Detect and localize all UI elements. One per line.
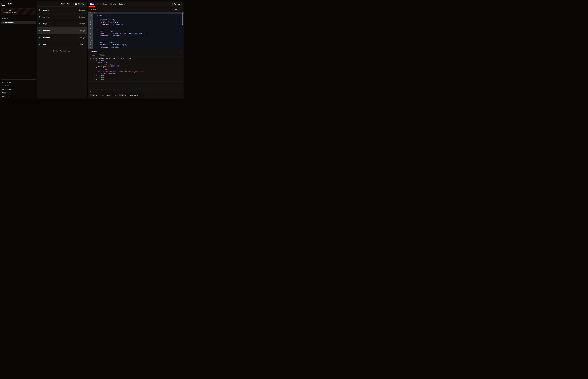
external-link-icon: ↗ <box>8 95 9 97</box>
editor-line: 6 "timestamp": 1764043991880 <box>88 23 184 25</box>
code-line: { <box>93 28 184 30</box>
editor-gutter: 4 <box>88 19 93 21</box>
save-state-button[interactable] <box>174 8 178 11</box>
end-of-list-message: No more Actors to load. <box>37 48 87 54</box>
editor-gutter: 3 <box>88 16 93 19</box>
rpc-suggestion-button[interactable]: RPCactor.sendMessage(...) <box>90 94 117 97</box>
connection-url: http://localhost:6420 <box>3 12 34 14</box>
sidebar-link-feedback[interactable]: Feedback <box>1 84 36 88</box>
console-spacer <box>88 82 184 90</box>
sidebar-link-github[interactable]: GitHub↗ <box>1 95 36 98</box>
console-header[interactable]: Console <box>88 49 184 53</box>
actors-header: Create Actor Display <box>37 1 87 7</box>
editor-line: 12 }, <box>88 37 184 39</box>
actor-row[interactable]: cats1m ago <box>37 41 87 48</box>
tab-database[interactable]: Database <box>119 1 126 7</box>
editor-gutter: 9 <box>88 30 93 32</box>
actor-last-active: 1m ago <box>79 30 85 32</box>
editor-line: 15 "text": "Long live the King!", <box>88 44 184 46</box>
console-entry: ▼ 1: Object <box>90 67 182 69</box>
editor-gutter: 2 <box>88 14 93 16</box>
editor-gutter: 6 <box>88 23 93 25</box>
actor-name: cats <box>43 44 46 46</box>
editor-gutter: 17 <box>88 48 93 49</box>
console-command-row: actor.getHistory() <box>88 53 184 57</box>
actor-last-active: 1m ago <box>79 23 85 25</box>
line-number: 11 <box>89 35 91 37</box>
fold-chevron-icon[interactable] <box>91 29 92 29</box>
live-dot-icon <box>91 9 92 10</box>
chevron-down-icon <box>180 50 182 52</box>
sidebar-link-whats-new[interactable]: Whats new? <box>1 80 36 84</box>
editor-line: 10 "text": " Nay, answer me. Stand and u… <box>88 32 184 34</box>
line-number: 10 <box>89 32 91 34</box>
instance-label: chatRoom <box>5 21 14 24</box>
line-number: 9 <box>90 30 91 32</box>
actor-row[interactable]: random1m ago <box>37 14 87 20</box>
app-root: R Rivet Connected http://localhost:6420 … <box>0 0 184 99</box>
sliders-icon <box>75 3 77 5</box>
actors-panel: Create Actor Display general2m agorandom… <box>37 1 87 98</box>
code-line: "timestamp": 1764043995517 <box>93 34 184 37</box>
actor-status-dot-icon <box>39 9 40 11</box>
actor-last-active: 1m ago <box>79 37 85 39</box>
sidebar-link-documentation[interactable]: Documentation <box>1 88 36 91</box>
code-line: "text": "Who's there?", <box>93 21 184 23</box>
actor-last-active: 2m ago <box>79 9 85 11</box>
display-button[interactable]: Display <box>74 2 86 6</box>
editor-scrollbar[interactable] <box>182 13 183 25</box>
fold-chevron-icon[interactable] <box>91 15 92 16</box>
console-entry: ▶ 3: Object <box>90 76 182 79</box>
tab-state[interactable]: State <box>90 1 94 7</box>
console-output: ▼ (5) [Object, Object, Object, Object, O… <box>88 57 184 82</box>
editor-line: 5 "text": "Who's there?", <box>88 21 184 23</box>
rpc-code-label: actor.getHistory(...) <box>125 95 144 96</box>
editor-gutter: 13 <box>88 39 93 41</box>
rpc-suggestion-button[interactable]: RPCactor.getHistory(...) <box>119 94 146 97</box>
fold-chevron-icon[interactable] <box>91 17 92 18</box>
editor-line: 17 } <box>88 48 184 49</box>
prompt-chevron-icon <box>90 54 91 55</box>
live-badge[interactable]: Live <box>90 8 98 11</box>
connection-status-card: Connected http://localhost:6420 <box>1 8 36 15</box>
line-number: 5 <box>90 21 91 23</box>
reset-state-button[interactable] <box>179 8 182 11</box>
code-line: { <box>93 12 184 14</box>
users-icon <box>2 21 4 24</box>
sidebar-link-label: Feedback <box>1 85 9 87</box>
actor-last-active: 1m ago <box>79 44 85 45</box>
sidebar-link-label: Documentation <box>1 88 13 90</box>
line-number: 3 <box>90 17 91 18</box>
actor-row[interactable]: general2m ago <box>37 7 87 14</box>
code-line: "timestamp": 1764043999867 <box>93 46 184 48</box>
actor-name: backend <box>43 30 50 32</box>
actor-row[interactable]: frontend1m ago <box>37 34 87 41</box>
tab-events[interactable]: Events <box>111 1 116 7</box>
fold-chevron-icon[interactable] <box>91 13 92 13</box>
sidebar-link-discord[interactable]: Discord↗ <box>1 91 36 95</box>
actor-status-dot-icon <box>39 44 40 45</box>
line-number: 14 <box>89 42 91 43</box>
code-line: "sender": "User", <box>93 19 184 21</box>
sidebar-link-label: GitHub <box>1 95 7 97</box>
state-toolbar: Live <box>88 7 184 12</box>
create-actor-button[interactable]: Create Actor <box>58 2 72 5</box>
actor-row[interactable]: backend1m ago <box>37 27 87 34</box>
actor-last-active: 1m ago <box>79 16 85 18</box>
rpc-code-label: actor.sendMessage(...) <box>96 95 116 96</box>
sidebar-link-label: Discord <box>1 92 7 94</box>
console-collapse-button[interactable] <box>180 50 182 52</box>
editor-gutter: 16 <box>88 46 93 48</box>
code-line: }, <box>93 37 184 39</box>
console-input-row[interactable] <box>88 90 184 93</box>
display-label: Display <box>78 3 84 5</box>
rpc-chip: RPC <box>119 94 124 96</box>
tab-connections[interactable]: Connections <box>97 1 107 7</box>
actor-row[interactable]: dogs1m ago <box>37 20 87 27</box>
state-editor[interactable]: 1{2 "messages": [3 {4 "sender": "User",5… <box>88 12 184 49</box>
editor-line: 16 "timestamp": 1764043999867 <box>88 46 184 48</box>
fold-chevron-icon[interactable] <box>91 40 92 41</box>
sidebar-item-instance[interactable]: chatRoom <box>1 21 36 24</box>
plus-icon <box>58 3 60 5</box>
line-number: 16 <box>89 46 91 48</box>
